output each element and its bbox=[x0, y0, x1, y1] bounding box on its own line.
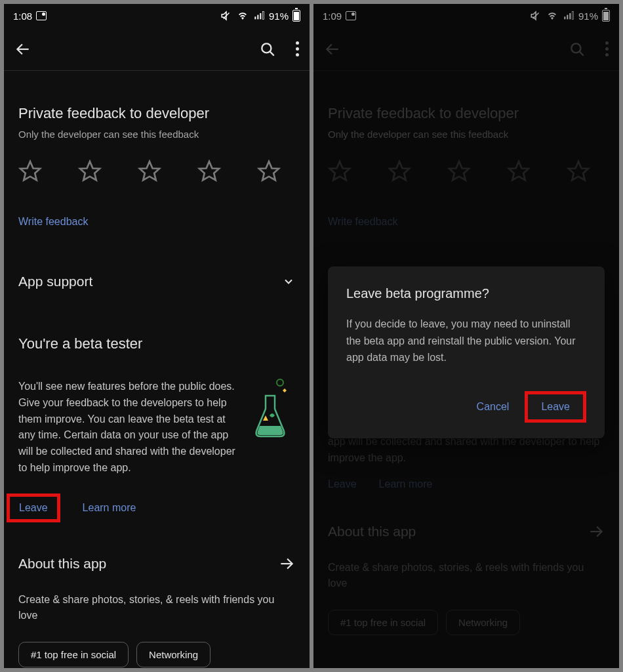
app-bar bbox=[4, 28, 310, 71]
svg-marker-11 bbox=[199, 161, 219, 180]
beta-body: You'll see new features before the publi… bbox=[18, 379, 241, 476]
more-icon[interactable] bbox=[296, 41, 299, 56]
mute-icon bbox=[220, 10, 232, 22]
svg-point-6 bbox=[262, 43, 271, 52]
signal-icon bbox=[253, 10, 265, 21]
category-chip[interactable]: #1 top free in social bbox=[18, 642, 129, 667]
svg-rect-1 bbox=[254, 16, 256, 19]
wifi-icon bbox=[236, 10, 249, 21]
svg-rect-3 bbox=[260, 13, 261, 19]
svg-rect-2 bbox=[257, 15, 258, 20]
screenshot-left: 1:08 91% Private feedback to developer O… bbox=[4, 4, 310, 668]
star-icon[interactable] bbox=[78, 159, 102, 183]
about-body: Create & share photos, stories, & reels … bbox=[18, 592, 295, 623]
svg-marker-8 bbox=[20, 161, 40, 180]
star-icon[interactable] bbox=[138, 159, 161, 183]
dialog-leave-button[interactable]: Leave bbox=[541, 401, 570, 412]
battery-icon bbox=[292, 10, 300, 22]
status-battery-pct: 91% bbox=[269, 10, 289, 22]
leave-beta-link[interactable]: Leave bbox=[19, 502, 48, 513]
beaker-icon bbox=[248, 379, 295, 444]
about-heading: About this app bbox=[18, 556, 106, 572]
beta-heading: You're a beta tester bbox=[18, 335, 295, 352]
learn-more-link[interactable]: Learn more bbox=[83, 502, 136, 514]
status-bar: 1:08 91% bbox=[4, 4, 310, 28]
screen-content: Private feedback to developer Only the d… bbox=[4, 105, 310, 667]
app-support-row[interactable]: App support bbox=[18, 274, 295, 289]
rating-stars[interactable] bbox=[18, 159, 281, 183]
leave-beta-dialog: Leave beta programme? If you decide to l… bbox=[328, 266, 605, 438]
svg-point-13 bbox=[277, 379, 283, 386]
feedback-subtitle: Only the developer can see this feedback bbox=[18, 129, 295, 140]
screenshot-right: 1:09 91% Private feedback to developer O… bbox=[313, 4, 619, 668]
feedback-title: Private feedback to developer bbox=[18, 105, 295, 122]
dialog-body: If you decide to leave, you may need to … bbox=[346, 316, 586, 366]
status-time: 1:08 bbox=[13, 10, 32, 22]
chevron-down-icon bbox=[282, 275, 295, 288]
svg-line-7 bbox=[270, 51, 273, 55]
category-chip[interactable]: Networking bbox=[136, 642, 211, 667]
svg-marker-10 bbox=[140, 161, 159, 180]
about-row[interactable]: About this app bbox=[18, 555, 295, 572]
svg-marker-12 bbox=[259, 161, 279, 180]
dialog-cancel-button[interactable]: Cancel bbox=[477, 401, 510, 413]
star-icon[interactable] bbox=[197, 159, 221, 183]
write-feedback-link[interactable]: Write feedback bbox=[18, 216, 88, 228]
arrow-right-icon bbox=[278, 555, 295, 572]
back-icon[interactable] bbox=[14, 41, 31, 58]
highlight-box: Leave bbox=[7, 494, 60, 522]
search-icon[interactable] bbox=[259, 41, 276, 58]
dialog-title: Leave beta programme? bbox=[346, 286, 586, 301]
svg-rect-4 bbox=[262, 11, 264, 19]
app-support-label: App support bbox=[18, 274, 92, 289]
highlight-box: Leave bbox=[525, 391, 586, 423]
star-icon[interactable] bbox=[257, 159, 281, 183]
svg-marker-9 bbox=[80, 161, 100, 180]
star-icon[interactable] bbox=[18, 159, 42, 183]
image-icon bbox=[36, 11, 47, 20]
